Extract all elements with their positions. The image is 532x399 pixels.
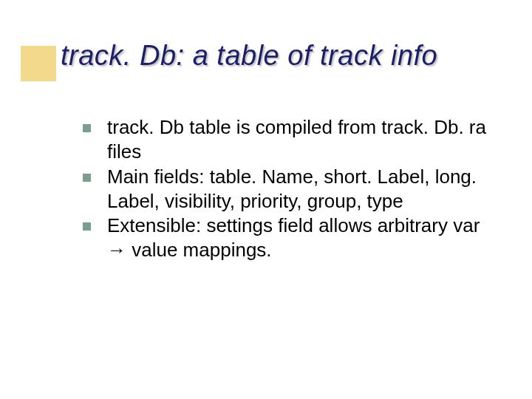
bullet-text: Main fields: table. Name, short. Label, … bbox=[107, 165, 497, 214]
bullet-icon bbox=[83, 124, 91, 132]
bullet-icon bbox=[83, 222, 91, 231]
bullet-text: track. Db table is compiled from track. … bbox=[107, 115, 497, 165]
accent-box bbox=[21, 46, 56, 81]
bullet-list: track. Db table is compiled from track. … bbox=[83, 115, 497, 263]
slide-title: track. Db: a table of track info bbox=[61, 40, 437, 72]
bullet-icon bbox=[83, 174, 91, 182]
list-item: track. Db table is compiled from track. … bbox=[83, 115, 497, 165]
bullet-text: Extensible: settings field allows arbitr… bbox=[107, 214, 497, 263]
list-item: Extensible: settings field allows arbitr… bbox=[83, 214, 497, 263]
list-item: Main fields: table. Name, short. Label, … bbox=[83, 165, 497, 214]
